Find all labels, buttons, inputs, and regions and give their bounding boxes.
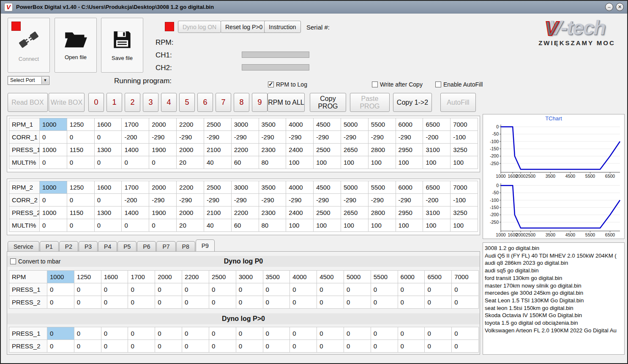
cell-PRESS_2-15[interactable]: 0 — [452, 340, 479, 353]
cell-MULTI%-8[interactable]: 80 — [259, 219, 287, 232]
open-file-button[interactable]: Open file — [55, 18, 97, 73]
cell-CORR_1-4[interactable]: -290 — [149, 131, 177, 144]
cell-RPM_2-2[interactable]: 1600 — [95, 181, 122, 194]
cell-CORR_1-9[interactable]: -290 — [286, 131, 314, 144]
cell-RPM_2-10[interactable]: 4500 — [314, 181, 341, 194]
digit-button-8[interactable]: 8 — [234, 93, 249, 112]
file-list-item[interactable]: ford transit 130km go digital.bin — [485, 274, 624, 282]
cell-CORR_2-14[interactable]: -200 — [423, 194, 451, 206]
cell-RPM_2-6[interactable]: 2500 — [204, 181, 232, 194]
cell-RPM_2-13[interactable]: 6000 — [396, 181, 423, 194]
cell-PRESS_1-13[interactable]: 0 — [398, 327, 425, 340]
cell-RPM_1-6[interactable]: 2500 — [204, 118, 232, 131]
cell-CORR_2-4[interactable]: -290 — [149, 194, 177, 206]
digit-button-9[interactable]: 9 — [252, 93, 268, 112]
cell-CORR_1-11[interactable]: -290 — [341, 131, 369, 144]
cell-PRESS_1-11[interactable]: 0 — [344, 327, 371, 340]
cell-RPM-9[interactable]: 4000 — [290, 271, 317, 283]
cell-PRESS_2-13[interactable]: 2950 — [396, 206, 423, 219]
cell-PRESS_2-12[interactable]: 0 — [371, 296, 398, 309]
cell-PRESS_1-15[interactable]: 3250 — [451, 144, 478, 156]
cell-PRESS_1-5[interactable]: 0 — [182, 327, 209, 340]
cell-MULTI%-14[interactable]: 100 — [423, 156, 451, 169]
cell-PRESS_1-12[interactable]: 0 — [371, 283, 398, 296]
cell-PRESS_1-1[interactable]: 0 — [74, 283, 101, 296]
cell-CORR_2-7[interactable]: -290 — [232, 194, 259, 206]
cell-PRESS_1-12[interactable]: 2800 — [369, 144, 396, 156]
cell-MULTI%-10[interactable]: 100 — [314, 219, 341, 232]
digit-button-7[interactable]: 7 — [216, 93, 231, 112]
cell-RPM_2-5[interactable]: 2200 — [177, 181, 204, 194]
cell-MULTI%-3[interactable]: 0 — [122, 219, 149, 232]
cell-RPM-4[interactable]: 2000 — [155, 271, 182, 283]
file-list-item[interactable]: toyota 1.5 go digital od obciążenia.bin — [485, 319, 624, 327]
cell-PRESS_1-4[interactable]: 0 — [155, 283, 182, 296]
cell-MULTI%-15[interactable]: 100 — [451, 156, 478, 169]
cell-CORR_2-8[interactable]: -290 — [259, 194, 287, 206]
file-list-item[interactable]: Volkswagen Arteon FL 2.0 190KM 2022 Go D… — [485, 327, 624, 334]
cell-PRESS_1-9[interactable]: 2400 — [286, 144, 314, 156]
cell-CORR_2-12[interactable]: -290 — [369, 194, 396, 206]
cell-MULTI%-2[interactable]: 0 — [95, 156, 122, 169]
cell-RPM_1-7[interactable]: 3000 — [232, 118, 259, 131]
cell-RPM-10[interactable]: 4500 — [317, 271, 344, 283]
cell-PRESS_2-9[interactable]: 0 — [290, 340, 317, 353]
cell-MULTI%-2[interactable]: 0 — [95, 219, 122, 232]
cell-PRESS_2-10[interactable]: 0 — [317, 340, 344, 353]
cell-RPM_1-10[interactable]: 4500 — [314, 118, 341, 131]
cell-PRESS_1-6[interactable]: 0 — [209, 327, 236, 340]
cell-PRESS_2-0[interactable]: 0 — [47, 296, 74, 309]
tab-p4[interactable]: P4 — [98, 241, 117, 251]
file-list-item[interactable]: Seat Leon 1.5 TSI 130KM Go Digital.bin — [485, 297, 624, 304]
cell-PRESS_2-1[interactable]: 1150 — [67, 206, 95, 219]
cell-RPM_2-14[interactable]: 6500 — [423, 181, 451, 194]
cell-MULTI%-14[interactable]: 100 — [423, 219, 451, 232]
cell-PRESS_2-5[interactable]: 2000 — [177, 206, 204, 219]
cell-RPM_1-13[interactable]: 6000 — [396, 118, 423, 131]
file-list-item[interactable]: audi sq5 go digital.bin — [485, 267, 624, 274]
digit-button-3[interactable]: 3 — [143, 93, 158, 112]
cell-CORR_2-1[interactable]: 0 — [67, 194, 95, 206]
cell-PRESS_2-14[interactable]: 3100 — [423, 206, 451, 219]
cell-RPM-15[interactable]: 7000 — [452, 271, 479, 283]
cell-PRESS_1-3[interactable]: 0 — [128, 327, 155, 340]
dyno-log-on-button[interactable]: Dyno log ON — [178, 21, 221, 33]
cell-PRESS_2-10[interactable]: 0 — [317, 296, 344, 309]
tab-p9[interactable]: P9 — [196, 239, 215, 251]
cell-RPM-0[interactable]: 1000 — [47, 271, 74, 283]
cell-CORR_1-3[interactable]: -200 — [122, 131, 149, 144]
cell-CORR_1-0[interactable]: 0 — [40, 131, 67, 144]
cell-MULTI%-6[interactable]: 40 — [204, 219, 232, 232]
cell-PRESS_2-9[interactable]: 2400 — [286, 206, 314, 219]
rpm-to-log-checkbox[interactable]: RPM to Log — [268, 81, 307, 88]
cell-PRESS_2-13[interactable]: 0 — [398, 296, 425, 309]
cell-PRESS_2-8[interactable]: 0 — [263, 340, 290, 353]
cell-CORR_2-13[interactable]: -290 — [396, 194, 423, 206]
cell-CORR_1-8[interactable]: -290 — [259, 131, 287, 144]
cell-CORR_1-7[interactable]: -290 — [232, 131, 259, 144]
read-box-button[interactable]: Read BOX — [8, 93, 48, 112]
close-button[interactable]: ✕ — [616, 3, 624, 11]
cell-RPM_2-4[interactable]: 2000 — [149, 181, 177, 194]
cell-MULTI%-11[interactable]: 100 — [341, 219, 369, 232]
file-list-item[interactable]: mercedes gle 300d 245km go digital.bin — [485, 289, 624, 297]
cell-RPM_2-3[interactable]: 1700 — [122, 181, 149, 194]
cell-PRESS_1-8[interactable]: 2300 — [259, 144, 287, 156]
cell-PRESS_1-0[interactable]: 0 — [47, 327, 74, 340]
cell-PRESS_1-7[interactable]: 2200 — [232, 144, 259, 156]
cell-MULTI%-3[interactable]: 0 — [122, 156, 149, 169]
checkbox-box[interactable] — [10, 258, 16, 264]
cell-PRESS_1-5[interactable]: 2000 — [177, 144, 204, 156]
cell-RPM_1-2[interactable]: 1600 — [95, 118, 122, 131]
cell-MULTI%-5[interactable]: 20 — [177, 156, 204, 169]
cell-PRESS_1-10[interactable]: 0 — [317, 327, 344, 340]
cell-RPM_1-1[interactable]: 1250 — [67, 118, 95, 131]
cell-PRESS_1-1[interactable]: 1150 — [67, 144, 95, 156]
cell-PRESS_2-5[interactable]: 0 — [182, 340, 209, 353]
cell-MULTI%-9[interactable]: 100 — [286, 219, 314, 232]
file-list-item[interactable]: audi q8 286km 2023 go digital.bin — [485, 259, 624, 267]
cell-PRESS_2-4[interactable]: 1900 — [149, 206, 177, 219]
cell-PRESS_1-14[interactable]: 0 — [425, 283, 452, 296]
cell-PRESS_2-3[interactable]: 0 — [128, 296, 155, 309]
cell-PRESS_1-5[interactable]: 0 — [182, 283, 209, 296]
